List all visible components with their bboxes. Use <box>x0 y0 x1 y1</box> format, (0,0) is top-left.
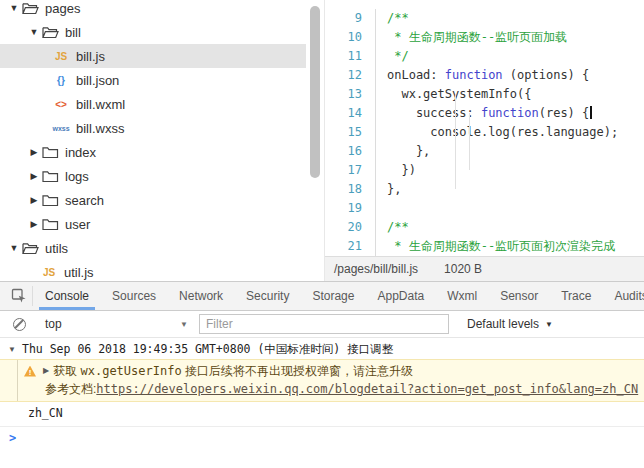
line-number: 17 <box>325 161 375 180</box>
tab-storage[interactable]: Storage <box>312 282 354 310</box>
tree-item-bill-json[interactable]: {}bill.json <box>0 68 306 92</box>
editor-status-bar: /pages/bill/bill.js 1020 B <box>325 256 644 281</box>
clear-console-icon <box>13 318 26 331</box>
devtools-tabs-row: ConsoleSourcesNetworkSecurityStorageAppD… <box>0 282 644 311</box>
context-selector[interactable]: top ▼ <box>45 317 188 331</box>
code-comment: * 生命周期函数--监听页面初次渲染完成 <box>387 239 615 253</box>
clear-console-button[interactable] <box>6 318 32 331</box>
tree-item-search[interactable]: ▶search <box>0 188 306 212</box>
code-text: /** <box>375 218 409 237</box>
code-area: 9/**10 * 生命周期函数--监听页面加载11 */12onLoad: fu… <box>325 9 644 256</box>
folder-icon <box>42 145 59 159</box>
folder-icon <box>42 193 59 207</box>
tree-item-util-js[interactable]: JSutil.js <box>0 260 306 281</box>
tab-appdata[interactable]: AppData <box>377 282 424 310</box>
warning-message: ! ▶ 获取 wx.getUserInfo 接口后续将不再出现授权弹窗，请注意升… <box>0 362 644 380</box>
collapse-triangle-icon[interactable]: ▼ <box>8 345 22 354</box>
tab-security[interactable]: Security <box>246 282 289 310</box>
tree-item-bill-js[interactable]: JSbill.js <box>0 44 306 68</box>
tab-console[interactable]: Console <box>45 282 89 310</box>
line-number: 12 <box>325 66 375 85</box>
tree-item-pages[interactable]: ▼pages <box>0 0 306 20</box>
wechat-devtools-window: ▼pages▼billJSbill.js{}bill.json<>bill.wx… <box>0 0 644 468</box>
chevron-down-icon[interactable]: ▼ <box>28 27 40 37</box>
folder-open-icon <box>22 241 39 255</box>
doc-link[interactable]: https://developers.weixin.qq.com/blogdet… <box>96 380 638 398</box>
code-plain: }, <box>387 144 430 158</box>
expand-triangle-icon[interactable]: ▶ <box>43 362 49 380</box>
line-number: 13 <box>325 85 375 104</box>
json-file-icon: {} <box>50 75 72 86</box>
code-line: 18}, <box>325 180 644 199</box>
tree-item-label: search <box>65 193 104 208</box>
line-number: 16 <box>325 142 375 161</box>
indent-guide <box>469 113 470 170</box>
tree-item-utils[interactable]: ▼utils <box>0 236 306 260</box>
code-text <box>375 199 387 218</box>
file-tree-scrollbar[interactable] <box>310 6 320 178</box>
code-comment: /** <box>387 11 409 25</box>
code-text: console.log(res.language); <box>375 123 618 142</box>
folder-open-icon <box>42 25 59 39</box>
console-prompt[interactable]: > <box>0 427 644 445</box>
tab-trace[interactable]: Trace <box>561 282 591 310</box>
chevron-right-icon[interactable]: ▶ <box>28 171 40 181</box>
warning-doc-line: 参考文档: https://developers.weixin.qq.com/b… <box>0 380 644 398</box>
inspect-element-button[interactable] <box>6 282 32 310</box>
tab-wxml[interactable]: Wxml <box>447 282 477 310</box>
file-path: /pages/bill/bill.js <box>334 262 418 276</box>
doc-label: 参考文档: <box>45 380 96 398</box>
code-text: wx.getSystemInfo({ <box>375 85 532 104</box>
api-name: wx.getUserInfo <box>81 364 182 378</box>
code-text: }) <box>375 161 416 180</box>
tree-item-bill-wxss[interactable]: wxssbill.wxss <box>0 116 306 140</box>
console-toolbar: top ▼ Default levels ▼ <box>0 311 644 338</box>
log-levels-label: Default levels <box>467 317 539 331</box>
tree-item-label: logs <box>65 169 89 184</box>
tab-sources[interactable]: Sources <box>112 282 156 310</box>
chevron-right-icon[interactable]: ▶ <box>28 147 40 157</box>
line-number: 20 <box>325 218 375 237</box>
code-text: onLoad: function (options) { <box>375 66 589 85</box>
code-text: }, <box>375 142 430 161</box>
code-editor[interactable]: 9/**10 * 生命周期函数--监听页面加载11 */12onLoad: fu… <box>324 0 644 281</box>
console-log-group-header[interactable]: ▼ Thu Sep 06 2018 19:49:35 GMT+0800 (中国标… <box>0 338 644 359</box>
file-explorer: ▼pages▼billJSbill.js{}bill.json<>bill.wx… <box>0 0 324 281</box>
tree-item-label: bill.wxml <box>76 97 125 112</box>
tree-item-label: pages <box>45 1 80 16</box>
code-keyword: function <box>445 68 503 82</box>
tree-item-bill[interactable]: ▼bill <box>0 20 306 44</box>
line-number: 15 <box>325 123 375 142</box>
code-line: 17 }) <box>325 161 644 180</box>
line-number: 18 <box>325 180 375 199</box>
wxml-file-icon: <> <box>50 99 72 110</box>
file-size: 1020 B <box>444 262 482 276</box>
line-number: 21 <box>325 237 375 256</box>
code-plain: console.log(res.language); <box>387 125 618 139</box>
code-line: 11 */ <box>325 47 644 66</box>
js-file-icon: JS <box>38 267 60 278</box>
chevron-down-icon[interactable]: ▼ <box>8 3 20 13</box>
tab-audits[interactable]: Audits <box>614 282 644 310</box>
chevron-right-icon[interactable]: ▶ <box>28 219 40 229</box>
console-log-entry: zh_CN <box>0 402 644 427</box>
tree-item-label: bill.js <box>76 49 105 64</box>
chevron-down-icon[interactable]: ▼ <box>8 243 20 253</box>
tree-item-label: util.js <box>64 265 94 280</box>
chevron-down-icon: ▼ <box>545 320 553 329</box>
console-filter-input[interactable] <box>199 314 449 334</box>
chevron-right-icon[interactable]: ▶ <box>28 195 40 205</box>
tree-item-index[interactable]: ▶index <box>0 140 306 164</box>
tree-item-logs[interactable]: ▶logs <box>0 164 306 188</box>
folder-open-icon <box>22 1 39 15</box>
tree-item-label: bill.wxss <box>76 121 124 136</box>
tree-item-user[interactable]: ▶user <box>0 212 306 236</box>
tab-sensor[interactable]: Sensor <box>500 282 538 310</box>
console-warning-entry: ! ▶ 获取 wx.getUserInfo 接口后续将不再出现授权弹窗，请注意升… <box>0 359 644 402</box>
code-text: * 生命周期函数--监听页面加载 <box>375 28 567 47</box>
tab-network[interactable]: Network <box>179 282 223 310</box>
log-levels-selector[interactable]: Default levels ▼ <box>467 317 553 331</box>
top-split: ▼pages▼billJSbill.js{}bill.json<>bill.wx… <box>0 0 644 281</box>
line-number: 11 <box>325 47 375 66</box>
tree-item-bill-wxml[interactable]: <>bill.wxml <box>0 92 306 116</box>
